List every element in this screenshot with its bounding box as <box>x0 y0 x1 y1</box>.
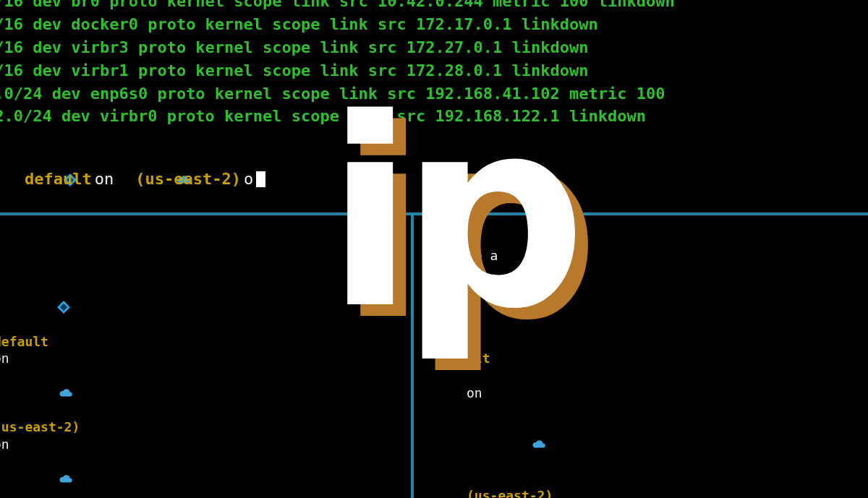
diamond-icon <box>0 281 9 332</box>
prompt-context: default <box>0 334 48 349</box>
cloud-icon <box>467 418 482 470</box>
cloud-icon <box>0 453 9 498</box>
prompt-region: (us-east-2) <box>467 488 553 498</box>
route-line: 7.0.0/16 dev docker0 proto kernel scope … <box>0 13 675 36</box>
route-line: 8.0.0/16 dev br0 proto kernel scope link… <box>0 0 675 13</box>
prompt-context: default <box>25 168 92 191</box>
prompt-on: on <box>0 437 9 452</box>
terminal-screenshot: 8.0.0/16 dev br0 proto kernel scope link… <box>0 0 868 498</box>
prompt-on: on <box>467 385 482 400</box>
pane-divider-horizontal <box>0 212 868 215</box>
pane-left[interactable]: default on (us-east-2) on mtu 65536 qdis… <box>0 230 339 498</box>
diamond-icon <box>6 145 22 214</box>
pane-divider-vertical <box>411 215 414 498</box>
prompt-o: o <box>244 168 253 191</box>
prompt-on: on <box>0 351 9 366</box>
shell-prompt-left[interactable]: default on (us-east-2) on <box>0 265 339 499</box>
route-output: 8.0.0/16 dev br0 proto kernel scope link… <box>0 0 675 128</box>
cloud-icon <box>0 367 9 418</box>
prompt-on: on <box>95 168 114 191</box>
diamond-icon <box>467 281 482 332</box>
prompt-region: (us-east-2) <box>0 419 80 434</box>
route-line: 68.122.0/24 dev virbr0 proto kernel scop… <box>0 105 675 128</box>
shell-prompt-right[interactable]: ip a ult on (us-east-2) on <box>420 230 868 498</box>
shell-prompt-top[interactable]: default on (us-east-2) o <box>6 145 265 214</box>
route-line: 8.0.0/16 dev virbr1 proto kernel scope l… <box>0 59 675 82</box>
command-text: ip a <box>467 248 498 263</box>
prompt-fragment: ult <box>467 351 490 366</box>
cloud-icon <box>116 145 132 214</box>
prompt-region: (us-east-2) <box>135 168 241 191</box>
route-line: 7.0.0/16 dev virbr3 proto kernel scope l… <box>0 36 675 59</box>
cursor-block <box>256 171 265 187</box>
pane-right[interactable]: ip a ult on (us-east-2) on ip -br UN <box>420 230 868 498</box>
route-line: 68.41.0/24 dev enp6s0 proto kernel scope… <box>0 82 675 106</box>
